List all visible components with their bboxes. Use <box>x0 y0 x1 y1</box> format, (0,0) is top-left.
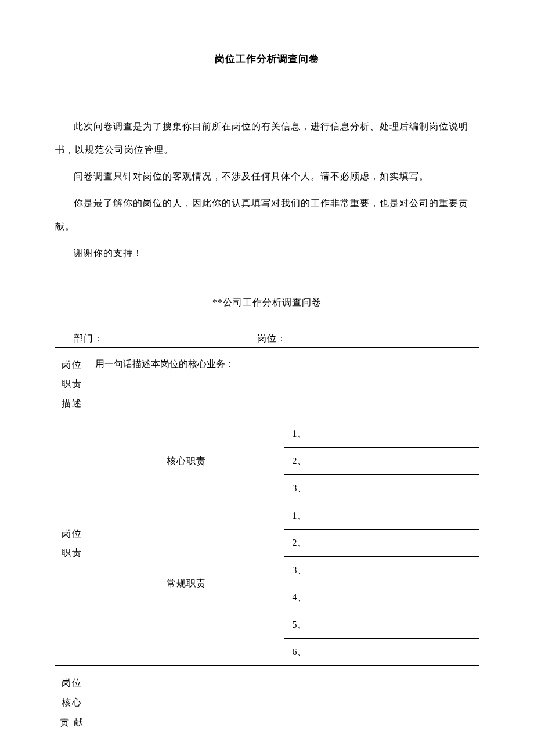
intro-block: 此次问卷调查是为了搜集你目前所在岗位的有关信息，进行信息分析、处理后编制岗位说明… <box>55 115 479 265</box>
routine-duty-4[interactable]: 4、 <box>284 584 479 611</box>
routine-duty-5[interactable]: 5、 <box>284 611 479 639</box>
row-label-contribution: 岗位 核心 贡 献 <box>55 666 89 739</box>
contrib-line-3: 贡 献 <box>60 717 84 727</box>
questionnaire-table: 岗位职责描述 用一句话描述本岗位的核心业务： 岗位职责 核心职责 1、 2、 3… <box>55 347 479 740</box>
row-label-description: 岗位职责描述 <box>55 347 89 420</box>
department-input-line[interactable] <box>103 331 161 341</box>
core-duty-1[interactable]: 1、 <box>284 420 479 448</box>
sub-label-core: 核心职责 <box>89 420 284 502</box>
routine-duty-2[interactable]: 2、 <box>284 530 479 557</box>
contrib-line-2: 核心 <box>62 697 82 707</box>
department-field: 部门： <box>74 331 161 345</box>
intro-paragraph-3: 你是最了解你的岗位的人，因此你的认真填写对我们的工作非常重要，也是对公司的重要贡… <box>55 192 479 238</box>
row-label-duties: 岗位职责 <box>55 420 89 666</box>
core-duty-2[interactable]: 2、 <box>284 448 479 475</box>
routine-duty-3[interactable]: 3、 <box>284 557 479 584</box>
description-content[interactable]: 用一句话描述本岗位的核心业务： <box>89 347 479 420</box>
position-input-line[interactable] <box>287 331 356 341</box>
routine-duty-1[interactable]: 1、 <box>284 502 479 530</box>
intro-paragraph-1: 此次问卷调查是为了搜集你目前所在岗位的有关信息，进行信息分析、处理后编制岗位说明… <box>55 115 479 161</box>
routine-duty-6[interactable]: 6、 <box>284 639 479 666</box>
contribution-content[interactable] <box>89 666 479 739</box>
department-label: 部门： <box>74 333 103 345</box>
position-label: 岗位： <box>257 333 287 345</box>
document-title: 岗位工作分析调查问卷 <box>55 52 479 66</box>
position-field: 岗位： <box>257 331 356 345</box>
subtitle: **公司工作分析调查问卷 <box>55 297 479 309</box>
intro-paragraph-4: 谢谢你的支持！ <box>55 242 479 265</box>
fields-row: 部门： 岗位： <box>55 331 479 345</box>
intro-paragraph-2: 问卷调查只针对岗位的客观情况，不涉及任何具体个人。请不必顾虑，如实填写。 <box>55 165 479 188</box>
core-duty-3[interactable]: 3、 <box>284 475 479 502</box>
contrib-line-1: 岗位 <box>62 678 82 687</box>
sub-label-routine: 常规职责 <box>89 502 284 666</box>
